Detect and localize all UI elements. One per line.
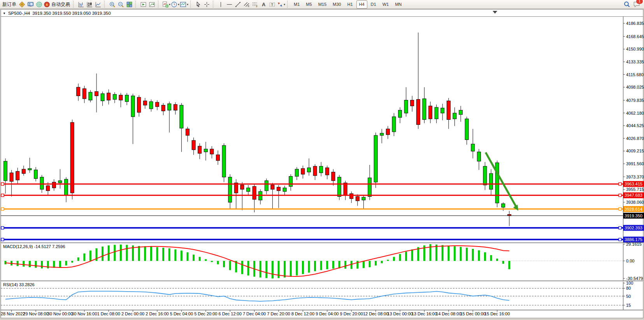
channel-button[interactable]: E xyxy=(242,0,251,8)
macd-bar xyxy=(138,246,140,261)
macd-bar xyxy=(326,261,328,269)
macd-bar xyxy=(144,246,146,261)
candle-body xyxy=(89,92,92,100)
line-anchor[interactable] xyxy=(1,183,4,185)
price-axis-label: 4026.870 xyxy=(626,136,644,141)
shapes-button[interactable]: ▾ xyxy=(277,0,285,8)
market-watch-button[interactable] xyxy=(18,0,26,8)
candle-body xyxy=(186,129,190,136)
new-order-button[interactable]: 新订单 xyxy=(1,0,18,8)
chart-play-button[interactable] xyxy=(139,0,147,8)
timeframe-bar: M1M5M15M30H1H4D1W1MN xyxy=(291,0,404,9)
candle-body xyxy=(58,181,62,183)
line-anchor[interactable] xyxy=(619,208,621,210)
candle-body xyxy=(307,168,311,172)
terminal-button[interactable] xyxy=(26,0,35,8)
candle-body xyxy=(398,110,402,118)
notification-badge: 1 xyxy=(636,0,643,4)
tab-M5[interactable]: M5 xyxy=(303,0,314,9)
candlestick-chart-button[interactable] xyxy=(86,0,94,8)
toolbar-separator xyxy=(73,1,75,8)
tab-W1[interactable]: W1 xyxy=(380,0,392,9)
time-axis-label: 7 Dec 04:00 xyxy=(243,311,266,316)
autotrading-button[interactable]: 自动交易 xyxy=(44,0,71,8)
rsi-axis-label: 80 xyxy=(626,286,631,290)
text-tool-button[interactable]: A xyxy=(260,0,268,8)
macd-bar xyxy=(77,257,79,261)
candle-body xyxy=(70,122,74,193)
cursor-button[interactable] xyxy=(194,0,202,8)
price-badge-label: 3963.415 xyxy=(625,182,642,186)
macd-bar xyxy=(302,261,304,274)
line-anchor[interactable] xyxy=(619,227,621,229)
macd-bar xyxy=(314,261,316,271)
line-anchor[interactable] xyxy=(619,194,621,197)
tab-H4[interactable]: H4 xyxy=(356,0,367,9)
line-chart-button[interactable] xyxy=(94,0,102,8)
symbol-dropdown-icon[interactable]: ▼ xyxy=(3,12,6,15)
line-anchor[interactable] xyxy=(1,194,4,197)
autotrading-label: 自动交易 xyxy=(50,1,71,8)
macd-bar xyxy=(35,261,37,268)
signal-button[interactable] xyxy=(35,0,43,8)
candle-body xyxy=(325,168,329,175)
line-anchor[interactable] xyxy=(619,238,621,241)
tab-M30[interactable]: M30 xyxy=(330,0,344,9)
fibonacci-button[interactable]: F xyxy=(251,0,259,8)
bar-chart-button[interactable] xyxy=(77,0,85,8)
text-label-button[interactable]: T xyxy=(268,0,276,8)
candle-body xyxy=(423,99,426,120)
periods-button[interactable]: ▾ xyxy=(171,0,179,8)
candle-body xyxy=(332,172,335,181)
macd-bar xyxy=(150,247,152,261)
crosshair-button[interactable] xyxy=(203,0,211,8)
candle-body xyxy=(338,177,341,197)
price-badge-label: 3947.683 xyxy=(625,193,642,198)
tab-M15[interactable]: M15 xyxy=(316,0,329,9)
tab-D1[interactable]: D1 xyxy=(368,0,379,9)
toolbar-separator xyxy=(213,1,215,8)
time-axis-label: 5 Dec 20:00 xyxy=(194,311,217,316)
macd-bar xyxy=(260,261,261,278)
line-anchor[interactable] xyxy=(619,183,621,185)
search-button[interactable] xyxy=(623,0,631,8)
line-anchor[interactable] xyxy=(1,208,4,210)
add-indicator-button[interactable]: ▾ xyxy=(162,0,170,8)
crosshair-icon xyxy=(204,1,210,8)
macd-bar xyxy=(472,249,474,261)
macd-bar xyxy=(393,257,395,261)
chart-forward-button[interactable] xyxy=(148,0,156,8)
rsi-axis-label: 15 xyxy=(626,303,631,308)
horizontal-line-button[interactable] xyxy=(225,0,233,8)
candle-body xyxy=(192,140,195,150)
candle-body xyxy=(344,183,347,195)
vertical-line-button[interactable] xyxy=(217,0,225,8)
line-anchor[interactable] xyxy=(1,227,4,229)
candle-body xyxy=(137,97,141,112)
candle-body xyxy=(34,170,38,178)
chart-canvas[interactable]: 4186.8354168.6454150.9904133.3354115.680… xyxy=(0,0,644,320)
tile-windows-button[interactable] xyxy=(125,0,133,8)
candle-body xyxy=(447,101,450,119)
candle-body xyxy=(356,196,359,201)
tab-H1[interactable]: H1 xyxy=(344,0,355,9)
chevron-down-icon: ▾ xyxy=(169,3,170,6)
zoom-in-button[interactable] xyxy=(108,0,116,8)
candle-body xyxy=(28,168,32,170)
templates-button[interactable]: ▾ xyxy=(180,0,188,8)
tab-M1[interactable]: M1 xyxy=(291,0,302,9)
candle-body xyxy=(95,91,98,96)
trendline-icon xyxy=(235,1,241,8)
macd-bar xyxy=(387,260,389,261)
macd-bar xyxy=(193,255,195,261)
macd-bar xyxy=(89,250,91,261)
candle-body xyxy=(362,197,365,200)
macd-bar xyxy=(187,252,189,261)
text-tool-icon: A xyxy=(260,1,267,8)
macd-bar xyxy=(17,261,19,266)
tab-MN[interactable]: MN xyxy=(392,0,404,9)
zoom-out-button[interactable] xyxy=(117,0,125,8)
trendline-button[interactable] xyxy=(234,0,242,8)
line-anchor[interactable] xyxy=(1,238,4,241)
notifications-button[interactable]: 1 xyxy=(632,0,640,8)
